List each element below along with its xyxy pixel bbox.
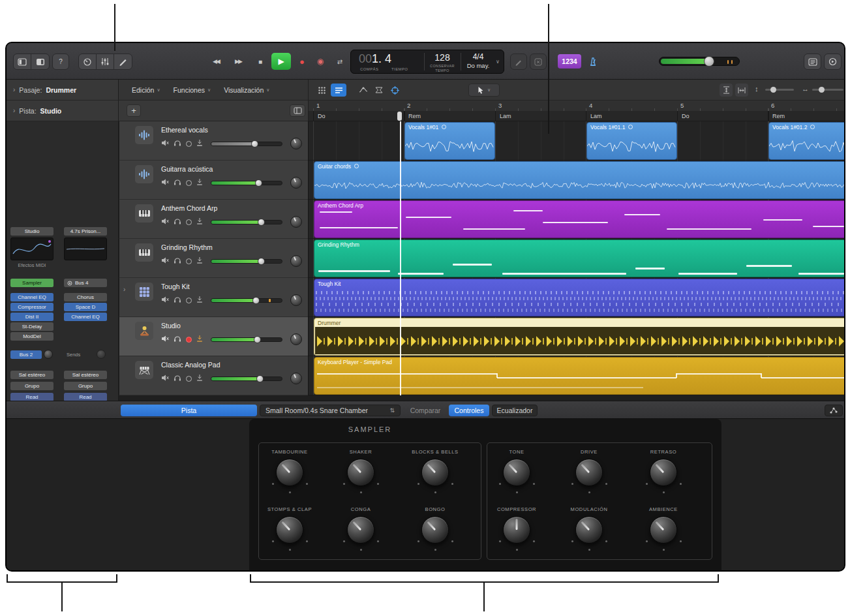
knob-shaker[interactable]: SHAKER <box>328 449 393 486</box>
record-enable-button[interactable] <box>186 258 192 264</box>
knob-dial[interactable] <box>575 459 603 486</box>
region-anthem-chord-arp[interactable]: Anthem Chord Arp <box>314 200 845 238</box>
track-header-guitarra-acustica[interactable]: Guitarra acústica <box>119 161 308 200</box>
input-monitor-button[interactable] <box>196 179 203 187</box>
strip-setting-button[interactable]: 4.7s Prison... <box>64 227 107 236</box>
tab-ecualizador[interactable]: Ecualizador <box>492 405 538 416</box>
send-slot[interactable]: Bus 2 <box>10 350 42 359</box>
knob-dial[interactable] <box>347 516 374 544</box>
pan-knob[interactable] <box>290 333 302 345</box>
metronome-button[interactable] <box>584 54 601 69</box>
region-keyboard-player[interactable]: Keyboard Player - Simple Pad <box>314 357 845 395</box>
group-slot[interactable]: Grupo <box>64 382 107 390</box>
menu-visualizacion[interactable]: Visualización∨ <box>224 86 269 94</box>
knob-retraso[interactable]: RETRASO <box>631 449 696 486</box>
bar-ruler[interactable]: 1 2 3 4 5 6 <box>308 100 845 111</box>
grid-view-button[interactable] <box>314 84 329 97</box>
loop-browser-button[interactable] <box>824 54 842 70</box>
solo-button[interactable] <box>174 335 181 343</box>
solo-button[interactable] <box>174 140 181 147</box>
knob-tone[interactable]: TONE <box>484 449 549 486</box>
output-slot[interactable]: Sal estéreo <box>64 371 107 379</box>
stop-button[interactable]: ■ <box>250 53 270 70</box>
compare-button[interactable]: Comparar <box>406 405 445 416</box>
menu-funciones[interactable]: Funciones∨ <box>174 86 211 94</box>
knob-compressor[interactable]: COMPRESSOR <box>484 506 549 544</box>
mute-button[interactable] <box>161 257 169 265</box>
audio-fx-slot[interactable]: Channel EQ <box>10 293 53 301</box>
record-enable-button[interactable] <box>186 298 192 303</box>
audio-fx-slot[interactable]: ModDel <box>10 332 53 341</box>
solo-button[interactable] <box>174 257 181 265</box>
track-header-classic-analog-pad[interactable]: Classic Analog Pad <box>119 356 308 395</box>
snap-button[interactable] <box>387 84 402 97</box>
zoom-fit-vertical-button[interactable] <box>720 84 733 97</box>
mute-button[interactable] <box>161 140 169 147</box>
pan-knob[interactable] <box>290 138 302 149</box>
audio-fx-slot[interactable]: Compressor <box>10 303 53 311</box>
volume-thumb[interactable] <box>258 258 265 265</box>
track-volume-slider[interactable] <box>211 377 282 381</box>
horizontal-zoom-slider[interactable] <box>812 89 843 91</box>
audio-fx-slot[interactable]: Chorus <box>64 293 107 301</box>
track-header-ethereal-vocals[interactable]: Ethereal vocals <box>119 121 308 161</box>
strip-setting-button[interactable]: Studio <box>10 227 53 236</box>
plugin-display[interactable] <box>64 238 107 260</box>
mute-button[interactable] <box>161 218 169 226</box>
region-vocals-3[interactable]: Vocals 1#01.2 <box>768 122 845 160</box>
track-name[interactable]: Guitarra acústica <box>161 165 213 173</box>
regions-view-button[interactable] <box>331 84 346 97</box>
loop-icon[interactable] <box>628 125 633 129</box>
cycle-button[interactable]: ⇄ <box>330 53 350 70</box>
pan-knob[interactable] <box>290 177 302 189</box>
rewind-button[interactable]: ◀◀ <box>206 53 226 70</box>
track-stack-disclosure-icon[interactable]: › <box>123 286 125 293</box>
menu-edicion[interactable]: Edición∨ <box>132 86 160 94</box>
pencil-tool-button[interactable] <box>510 54 527 70</box>
region-vocals-2[interactable]: Vocals 1#01.1 <box>586 122 677 160</box>
loop-icon[interactable] <box>442 125 446 129</box>
flex-button[interactable] <box>371 84 387 97</box>
knob-tambourine[interactable]: TAMBOURINE <box>257 449 322 486</box>
record-enable-button[interactable] <box>186 376 192 382</box>
mute-button[interactable] <box>161 296 169 304</box>
mute-button[interactable] <box>161 375 169 382</box>
track-volume-slider[interactable] <box>211 220 282 224</box>
input-monitor-button[interactable] <box>196 335 203 343</box>
master-volume-thumb[interactable] <box>704 56 714 67</box>
track-volume-slider[interactable] <box>211 337 282 342</box>
track-name[interactable]: Grinding Rhythm <box>161 243 213 251</box>
volume-thumb[interactable] <box>258 219 265 226</box>
track-header-anthem-chord-arp[interactable]: Anthem Chord Arp <box>119 200 308 239</box>
horizontal-zoom-thumb[interactable] <box>819 87 825 93</box>
solo-button[interactable] <box>174 179 181 187</box>
record-enable-button[interactable] <box>186 180 192 186</box>
track-name[interactable]: Classic Analog Pad <box>161 361 220 369</box>
tempo-value[interactable]: 128 <box>424 52 461 63</box>
smart-controls-graph-button[interactable] <box>825 405 843 416</box>
knob-dial[interactable] <box>575 516 603 544</box>
midi-fx-display[interactable] <box>10 238 53 260</box>
capture-recording-button[interactable]: ◉ <box>311 53 330 70</box>
track-volume-slider[interactable] <box>211 181 282 185</box>
input-monitor-button[interactable] <box>196 218 203 226</box>
record-button[interactable]: ● <box>292 53 312 70</box>
forward-button[interactable]: ▶▶ <box>228 53 248 70</box>
lcd-chevron-icon[interactable]: ∨ <box>496 59 500 65</box>
track-name[interactable]: Anthem Chord Arp <box>161 204 217 212</box>
pan-knob[interactable] <box>290 373 302 384</box>
instrument-slot[interactable]: Sampler <box>10 279 53 287</box>
smart-controls-button[interactable] <box>79 54 97 69</box>
vertical-zoom-thumb[interactable] <box>770 87 776 93</box>
knob-modulacion[interactable]: MODULACIÓN <box>556 506 622 544</box>
play-button[interactable]: ▶ <box>271 53 291 70</box>
record-enable-button[interactable] <box>186 337 192 343</box>
automation-button[interactable] <box>356 84 371 97</box>
input-monitor-button[interactable] <box>196 375 203 382</box>
input-slot[interactable]: Bus 4 <box>64 279 107 287</box>
knob-blocks-bells[interactable]: BLOCKS & BELLS <box>402 449 468 486</box>
knob-stomps-clap[interactable]: STOMPS & CLAP <box>257 506 322 544</box>
knob-dial[interactable] <box>650 516 677 544</box>
chord-track[interactable]: Do Rem Lam Lam Do Rem <box>308 111 845 121</box>
loop-icon[interactable] <box>810 125 815 129</box>
